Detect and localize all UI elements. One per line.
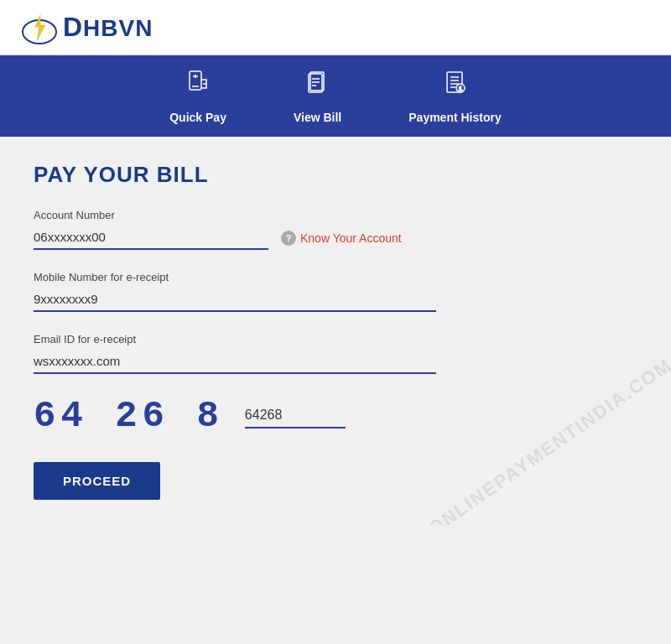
- captcha-input[interactable]: [245, 403, 346, 428]
- mobile-number-input[interactable]: [34, 288, 436, 312]
- logo-text: DHBVN: [63, 12, 153, 43]
- header: DHBVN: [0, 0, 671, 55]
- quick-pay-label: Quick Pay: [169, 111, 226, 124]
- account-number-row: ? Know Your Account: [34, 226, 453, 250]
- email-label: Email ID for e-receipt: [34, 333, 453, 345]
- email-input[interactable]: [34, 350, 436, 374]
- watermark: ONLINEPAYMENTINDIA.COM: [424, 354, 671, 525]
- logo: DHBVN: [17, 8, 153, 46]
- svg-text:1: 1: [459, 86, 462, 91]
- account-number-label: Account Number: [34, 209, 453, 221]
- nav-bar: Quick Pay View Bill 1: [0, 55, 671, 137]
- bill-form: Account Number ? Know Your Account Mobil…: [34, 209, 453, 500]
- account-number-input[interactable]: [34, 226, 268, 250]
- proceed-button[interactable]: PROCEED: [34, 462, 160, 500]
- svg-marker-1: [35, 15, 45, 40]
- main-content: PAY YOUR BILL Account Number ? Know Your…: [0, 137, 671, 525]
- view-bill-label: View Bill: [294, 111, 341, 124]
- captcha-display: 64 26 8: [34, 395, 224, 437]
- nav-item-payment-history[interactable]: 1 Payment History: [408, 68, 501, 124]
- history-icon: 1: [440, 68, 471, 104]
- page-title: PAY YOUR BILL: [34, 162, 637, 188]
- bill-view-icon: [303, 68, 333, 104]
- captcha-section: 64 26 8: [34, 395, 453, 437]
- mobile-number-label: Mobile Number for e-receipt: [34, 271, 453, 283]
- know-account-text: Know Your Account: [300, 231, 402, 245]
- email-group: Email ID for e-receipt: [34, 333, 453, 374]
- logo-icon: [17, 8, 63, 46]
- nav-item-quick-pay[interactable]: Quick Pay: [169, 68, 226, 124]
- mobile-number-group: Mobile Number for e-receipt: [34, 271, 453, 312]
- account-number-group: Account Number ? Know Your Account: [34, 209, 453, 250]
- know-account-link[interactable]: ? Know Your Account: [281, 231, 402, 246]
- phone-payment-icon: [183, 68, 213, 104]
- nav-item-view-bill[interactable]: View Bill: [294, 68, 341, 124]
- payment-history-label: Payment History: [408, 111, 501, 124]
- question-icon: ?: [281, 231, 296, 246]
